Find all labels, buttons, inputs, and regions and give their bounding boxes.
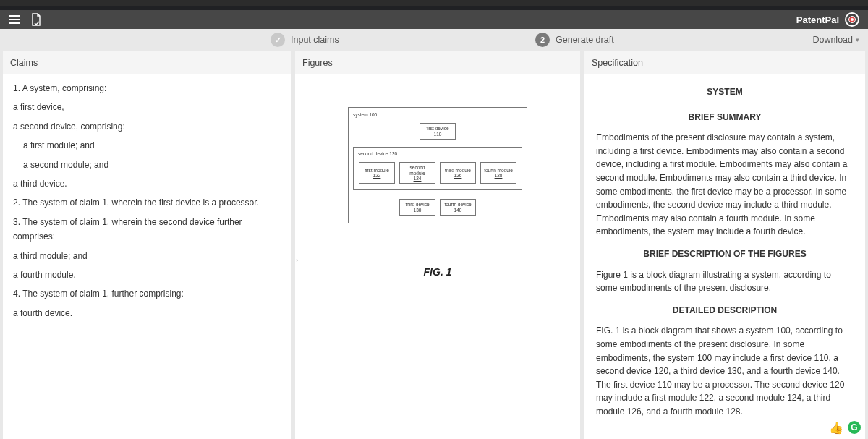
menu-icon[interactable] [9,15,20,24]
claim-line: a fourth module. [13,268,281,282]
download-menu[interactable]: Download ▾ [812,35,859,45]
spec-paragraph: Figure 1 is a block diagram illustrating… [596,268,854,295]
claim-line: 2. The system of claim 1, wherein the fi… [13,195,281,210]
browser-tabstrip [0,0,868,6]
main-columns: Claims 1. A system, comprising:a first d… [0,51,868,439]
app-header: PatentPal [0,10,868,29]
corner-icons: 👍 G [829,421,861,435]
specification-header: Specification [584,51,865,74]
claims-body[interactable]: 1. A system, comprising:a first device,a… [3,74,291,332]
claim-line: a second device, comprising: [13,119,281,134]
thumbs-up-icon[interactable]: 👍 [829,421,843,435]
brand-logo-icon [845,12,859,27]
download-label: Download [812,35,853,45]
step-number: 2 [535,33,550,47]
claims-panel: Claims 1. A system, comprising:a first d… [3,51,291,439]
module-box: first module122 [359,162,395,184]
steps-bar: ✓ Input claims 2 Generate draft Download… [0,29,868,51]
figures-panel: → Figures system 100 first device 110 se… [295,51,580,439]
claim-line: a third device. [13,176,281,191]
claim-line: a third module; and [13,249,281,263]
second-device-label: second device 120 [358,150,517,158]
box-num: 110 [434,132,442,137]
claim-line: a fourth device. [13,306,281,320]
chevron-down-icon: ▾ [856,36,859,43]
figure-caption: FIG. 1 [424,264,452,281]
device-box: third device130 [399,199,435,216]
claim-line: a second module; and [13,158,281,172]
specification-panel: Specification SYSTEM BRIEF SUMMARY Embod… [584,51,865,439]
block-diagram[interactable]: system 100 first device 110 second devic… [348,107,527,223]
module-box: second module124 [399,162,435,184]
figures-body: system 100 first device 110 second devic… [295,74,580,289]
claim-line: a first device, [13,100,281,114]
step-input-claims[interactable]: ✓ Input claims [271,33,339,47]
first-device-box: first device 110 [420,123,456,140]
claim-line: 1. A system, comprising: [13,81,281,95]
brand-name: PatentPal [796,14,839,25]
specification-body[interactable]: SYSTEM BRIEF SUMMARY Embodiments of the … [584,74,865,432]
spec-doc-title: SYSTEM [596,85,854,99]
second-device-box: second device 120 first module122second … [353,147,522,190]
step-label: Generate draft [556,35,614,45]
check-icon: ✓ [271,33,285,47]
spec-heading-summary: BRIEF SUMMARY [596,111,854,124]
step-label: Input claims [291,35,339,45]
spec-paragraph: FIG. 1 is a block diagram that shows a s… [596,324,854,418]
grammarly-icon[interactable]: G [848,421,861,434]
spec-paragraph: Embodiments of the present disclosure ma… [596,131,854,239]
claim-line: 3. The system of claim 1, wherein the se… [13,215,281,244]
module-box: fourth module128 [480,162,516,184]
module-box: third module126 [440,162,476,184]
claim-line: 4. The system of claim 1, further compri… [13,286,281,301]
spec-heading-figures: BRIEF DESCRIPTION OF THE FIGURES [596,247,854,261]
box-name: first device [426,126,448,131]
document-icon[interactable] [30,13,42,26]
claims-header: Claims [3,51,291,74]
step-generate-draft[interactable]: 2 Generate draft [535,33,614,47]
system-label: system 100 [353,111,522,119]
claim-line: a first module; and [13,138,281,153]
figures-header: Figures [295,51,580,74]
device-box: fourth device140 [440,199,476,216]
spec-heading-detail: DETAILED DESCRIPTION [596,304,854,317]
arrow-right-icon[interactable]: → [289,253,302,266]
